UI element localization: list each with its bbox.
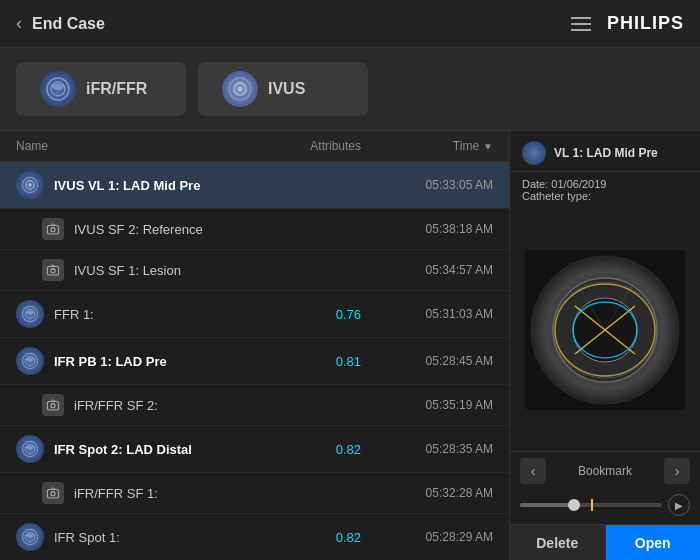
navigation-row: ‹ Bookmark › — [510, 451, 700, 490]
svg-point-7 — [28, 183, 31, 186]
detail-meta: Date: 01/06/2019 Catheter type: — [510, 172, 700, 208]
ifr-ffr-button[interactable]: iFR/FFR — [16, 62, 186, 116]
svg-point-4 — [238, 87, 243, 92]
table-row[interactable]: IVUS SF 1: Lesion 05:34:57 AM — [0, 250, 509, 291]
row-attr-value: 0.82 — [283, 530, 373, 545]
back-button[interactable]: ‹ — [16, 13, 22, 34]
row-name-label: iFR/FFR SF 2: — [74, 398, 283, 413]
detail-panel: VL 1: LAD Mid Pre Date: 01/06/2019 Cathe… — [510, 131, 700, 560]
mode-row: iFR/FFR IVUS — [0, 48, 700, 131]
table-row[interactable]: iFR/FFR SF 1: 05:32:28 AM — [0, 473, 509, 514]
ivus-label: IVUS — [268, 80, 305, 98]
row-name-label: IFR Spot 2: LAD Distal — [54, 442, 283, 457]
row-name-label: IFR Spot 1: — [54, 530, 283, 545]
playback-slider-row: ▶ — [510, 490, 700, 524]
ifr-row-icon — [16, 435, 44, 463]
row-time-value: 05:34:57 AM — [373, 263, 493, 277]
play-button[interactable]: ▶ — [668, 494, 690, 516]
svg-point-17 — [51, 404, 55, 408]
table-row[interactable]: IFR Spot 1: 0.82 05:28:29 AM — [0, 514, 509, 560]
catheter-label: Catheter type: — [522, 190, 591, 202]
row-time-value: 05:35:19 AM — [373, 398, 493, 412]
app-header: ‹ End Case PHILIPS — [0, 0, 700, 48]
svg-rect-20 — [47, 490, 58, 498]
table-header: Name Attributes Time ▼ — [0, 131, 509, 162]
row-time-value: 05:31:03 AM — [373, 307, 493, 321]
header-right: PHILIPS — [571, 13, 684, 34]
action-row: Delete Open — [510, 524, 700, 560]
header-left: ‹ End Case — [16, 13, 105, 34]
detail-header: VL 1: LAD Mid Pre — [510, 131, 700, 172]
detail-title: VL 1: LAD Mid Pre — [554, 146, 658, 160]
ivus-image-svg — [525, 250, 685, 410]
row-name-label: IFR PB 1: LAD Pre — [54, 354, 283, 369]
svg-point-21 — [51, 492, 55, 496]
philips-logo: PHILIPS — [607, 13, 684, 34]
row-time-value: 05:38:18 AM — [373, 222, 493, 236]
row-name-label: IVUS SF 1: Lesion — [74, 263, 283, 278]
menu-button[interactable] — [571, 17, 591, 31]
prev-button[interactable]: ‹ — [520, 458, 546, 484]
camera-icon — [42, 259, 64, 281]
sort-arrow-icon: ▼ — [483, 141, 493, 152]
row-time-value: 05:32:28 AM — [373, 486, 493, 500]
table-row[interactable]: IFR PB 1: LAD Pre 0.81 05:28:45 AM — [0, 338, 509, 385]
row-time-value: 05:28:45 AM — [373, 354, 493, 368]
row-name-label: IVUS VL 1: LAD Mid Pre — [54, 178, 283, 193]
row-name-label: iFR/FFR SF 1: — [74, 486, 283, 501]
row-name-label: IVUS SF 2: Reference — [74, 222, 283, 237]
row-attr-value: 0.82 — [283, 442, 373, 457]
playback-track[interactable] — [520, 503, 662, 507]
svg-rect-16 — [47, 402, 58, 410]
col-attr-header: Attributes — [283, 139, 373, 153]
ifr-row-icon — [16, 523, 44, 551]
svg-rect-8 — [47, 226, 58, 234]
row-name-label: FFR 1: — [54, 307, 283, 322]
table-row[interactable]: FFR 1: 0.76 05:31:03 AM — [0, 291, 509, 338]
table-row[interactable]: IFR Spot 2: LAD Distal 0.82 05:28:35 AM — [0, 426, 509, 473]
study-list: Name Attributes Time ▼ IVUS VL 1: LAD Mi… — [0, 131, 510, 560]
svg-point-11 — [51, 269, 55, 273]
row-time-value: 05:28:29 AM — [373, 530, 493, 544]
date-value: 01/06/2019 — [551, 178, 606, 190]
ifr-row-icon — [16, 347, 44, 375]
detail-icon — [522, 141, 546, 165]
table-row[interactable]: IVUS VL 1: LAD Mid Pre 05:33:05 AM — [0, 162, 509, 209]
slider-thumb[interactable] — [568, 499, 580, 511]
svg-point-9 — [51, 228, 55, 232]
ifr-icon — [40, 71, 76, 107]
row-time-value: 05:33:05 AM — [373, 178, 493, 192]
svg-rect-10 — [47, 267, 58, 275]
ifr-row-icon — [16, 300, 44, 328]
col-time-header: Time ▼ — [373, 139, 493, 153]
main-content: Name Attributes Time ▼ IVUS VL 1: LAD Mi… — [0, 131, 700, 560]
table-row[interactable]: iFR/FFR SF 2: 05:35:19 AM — [0, 385, 509, 426]
camera-icon — [42, 218, 64, 240]
camera-icon — [42, 394, 64, 416]
ivus-icon — [222, 71, 258, 107]
open-button[interactable]: Open — [606, 525, 701, 560]
col-name-header: Name — [16, 139, 283, 153]
ivus-row-icon — [16, 171, 44, 199]
slider-marker — [591, 499, 593, 511]
row-time-value: 05:28:35 AM — [373, 442, 493, 456]
ivus-preview — [510, 208, 700, 451]
date-label: Date: — [522, 178, 548, 190]
ifr-ffr-label: iFR/FFR — [86, 80, 147, 98]
page-title: End Case — [32, 15, 105, 33]
ivus-button[interactable]: IVUS — [198, 62, 368, 116]
next-button[interactable]: › — [664, 458, 690, 484]
row-attr-value: 0.76 — [283, 307, 373, 322]
bookmark-label: Bookmark — [578, 464, 632, 478]
table-row[interactable]: IVUS SF 2: Reference 05:38:18 AM — [0, 209, 509, 250]
row-attr-value: 0.81 — [283, 354, 373, 369]
delete-button[interactable]: Delete — [510, 525, 606, 560]
camera-icon — [42, 482, 64, 504]
